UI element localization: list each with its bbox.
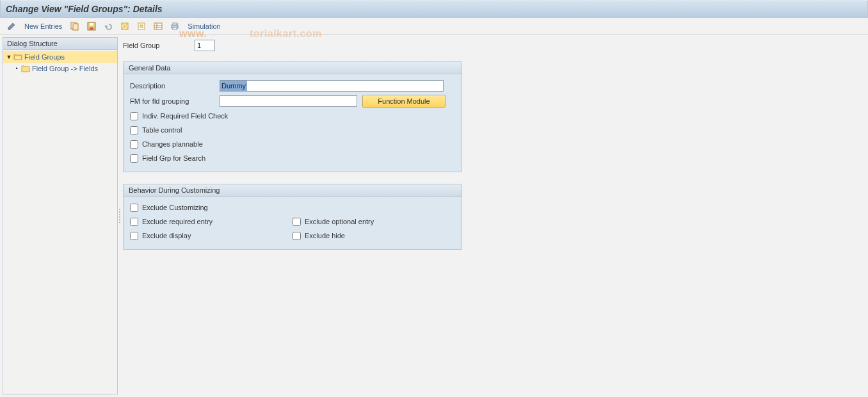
titlebar: Change View "Field Groups": Details (0, 0, 868, 18)
description-input[interactable] (220, 80, 444, 92)
table-view-icon[interactable] (152, 20, 165, 33)
copy-as-icon[interactable] (68, 20, 81, 33)
tree-item-label: Field Group -> Fields (32, 65, 98, 72)
group-title: Behavior During Customizing (124, 184, 462, 197)
tree-bullet-icon: • (13, 65, 20, 72)
tree-item-field-groups[interactable]: ▼ Field Groups (3, 51, 117, 63)
exclude-hide-check[interactable] (293, 232, 301, 240)
svg-rect-8 (154, 23, 162, 29)
indiv-required-check[interactable] (130, 112, 138, 120)
tree-item-field-group-fields[interactable]: • Field Group -> Fields (3, 63, 117, 74)
svg-rect-13 (173, 23, 177, 25)
exclude-display-label: Exclude display (142, 232, 191, 239)
field-group-input[interactable] (195, 40, 215, 51)
exclude-optional-label: Exclude optional entry (305, 218, 374, 225)
detail-content: Field Group General Data Description Dum… (122, 35, 868, 397)
exclude-display-check[interactable] (130, 232, 138, 240)
save-icon[interactable] (85, 20, 98, 33)
select-all-icon[interactable] (118, 20, 131, 33)
new-entries-button[interactable]: New Entries (22, 22, 65, 30)
group-behavior-customizing: Behavior During Customizing Exclude Cust… (123, 184, 462, 250)
field-grp-search-label: Field Grp for Search (142, 154, 205, 162)
function-module-button[interactable]: Function Module (362, 95, 446, 108)
toggle-edit-icon[interactable] (5, 20, 18, 33)
svg-rect-3 (90, 28, 93, 29)
exclude-required-check[interactable] (130, 218, 138, 226)
description-label: Description (130, 82, 220, 90)
page-title: Change View "Field Groups": Details (6, 4, 163, 14)
undo-icon[interactable] (102, 20, 115, 33)
svg-rect-1 (73, 24, 78, 30)
print-icon[interactable] (168, 20, 181, 33)
svg-rect-4 (90, 23, 93, 26)
tree-item-label: Field Groups (24, 53, 65, 61)
group-general-data: General Data Description Dummy FM for fl… (123, 61, 462, 172)
field-grp-search-check[interactable] (130, 154, 138, 163)
exclude-optional-check[interactable] (293, 218, 301, 226)
exclude-customizing-label: Exclude Customizing (142, 204, 208, 211)
exclude-required-label: Exclude required entry (142, 218, 213, 225)
folder-open-icon (13, 53, 22, 61)
table-control-check[interactable] (130, 126, 138, 134)
toolbar: New Entries Simulation (0, 18, 868, 35)
dialog-structure-panel: Dialog Structure ▼ Field Groups • Field … (3, 37, 118, 394)
fm-grouping-label: FM for fld grouping (130, 97, 220, 105)
changes-plannable-check[interactable] (130, 140, 138, 149)
description-selection: Dummy (220, 81, 247, 91)
group-title: General Data (124, 62, 462, 74)
table-control-label: Table control (142, 126, 182, 134)
exclude-hide-label: Exclude hide (305, 232, 345, 239)
svg-rect-7 (140, 25, 143, 28)
simulation-button[interactable]: Simulation (185, 22, 223, 30)
folder-closed-icon (21, 65, 30, 72)
field-group-label: Field Group (123, 42, 187, 49)
tree-toggle-icon[interactable]: ▼ (6, 54, 12, 60)
delimit-icon[interactable] (135, 20, 148, 33)
indiv-required-label: Indiv. Required Field Check (142, 112, 228, 120)
fm-grouping-input[interactable] (220, 95, 357, 107)
exclude-customizing-check[interactable] (130, 204, 138, 212)
tree-header: Dialog Structure (3, 38, 117, 50)
svg-rect-14 (173, 28, 177, 29)
changes-plannable-label: Changes plannable (142, 140, 203, 148)
